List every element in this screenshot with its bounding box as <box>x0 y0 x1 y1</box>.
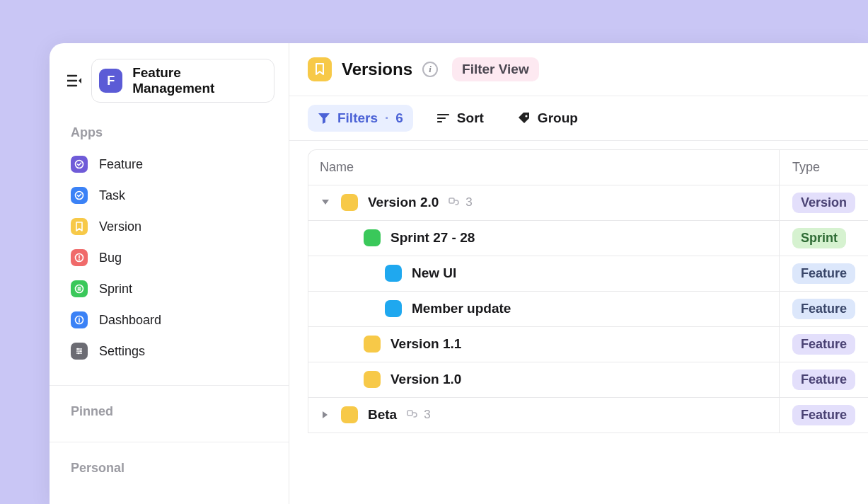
filter-view-badge[interactable]: Filter View <box>452 57 539 81</box>
item-color-icon <box>364 336 381 353</box>
group-button[interactable]: Group <box>508 105 588 132</box>
sort-button[interactable]: Sort <box>427 105 494 132</box>
cell-name: Beta3 <box>308 398 780 433</box>
nav-label: Version <box>99 219 141 234</box>
row-label: Version 1.0 <box>390 372 461 387</box>
cell-name: New UI <box>308 256 780 291</box>
sidebar-item-feature[interactable]: Feature <box>61 149 277 180</box>
sidebar-item-sprint[interactable]: Sprint <box>61 273 277 304</box>
cell-name-inner: Version 1.1 <box>308 327 779 361</box>
filters-label: Filters <box>337 110 378 126</box>
cell-name: Member update <box>308 292 780 326</box>
nav-label: Dashboard <box>99 313 161 328</box>
item-color-icon <box>364 371 381 388</box>
table-body: Version 2.03VersionSprint 27 - 28SprintN… <box>308 185 868 433</box>
info-icon <box>71 311 88 328</box>
sidebar-item-dashboard[interactable]: Dashboard <box>61 304 277 336</box>
table-row[interactable]: Version 1.0Feature <box>308 362 868 398</box>
table-row[interactable]: Member updateFeature <box>308 292 868 327</box>
cell-name-inner: Version 2.03 <box>308 185 779 219</box>
cell-type: Feature <box>780 292 868 326</box>
cell-name-inner: Sprint 27 - 28 <box>308 221 779 255</box>
cell-type: Feature <box>780 327 868 362</box>
subitem-count-value: 3 <box>465 195 472 210</box>
cell-name: Version 1.1 <box>308 327 780 362</box>
sidebar-item-task[interactable]: Task <box>61 180 277 211</box>
svg-point-18 <box>80 350 82 353</box>
cell-name: Sprint 27 - 28 <box>308 221 780 256</box>
tag-icon <box>518 112 531 125</box>
cell-type: Version <box>780 185 868 220</box>
item-color-icon <box>341 406 358 423</box>
list-icon <box>71 280 88 297</box>
type-badge: Feature <box>792 370 855 390</box>
apps-list: Feature Task Version Bug <box>50 146 289 381</box>
sidebar-item-version[interactable]: Version <box>61 211 277 242</box>
svg-point-24 <box>525 115 527 117</box>
info-icon[interactable]: i <box>422 62 438 77</box>
sidebar-header: F Feature Management <box>50 43 289 118</box>
cell-name-inner: Member update <box>308 292 779 326</box>
row-label: Version 2.0 <box>368 195 439 210</box>
nav-label: Bug <box>99 251 122 265</box>
cell-type: Sprint <box>780 221 868 256</box>
item-color-icon <box>385 265 402 282</box>
alert-icon <box>71 249 88 266</box>
sidebar-item-settings[interactable]: Settings <box>61 336 277 367</box>
table-wrap: Name Type Version 2.03VersionSprint 27 -… <box>289 141 868 504</box>
svg-rect-26 <box>407 411 412 416</box>
cell-name-inner: Beta3 <box>308 398 779 432</box>
sidebar-item-bug[interactable]: Bug <box>61 242 277 273</box>
page-header: Versions i Filter View <box>289 43 868 96</box>
nav-label: Feature <box>99 157 143 172</box>
filters-button[interactable]: Filters · 6 <box>308 105 413 132</box>
check-circle-icon <box>71 156 88 173</box>
table-header: Name Type <box>308 150 868 185</box>
svg-point-13 <box>79 318 80 319</box>
filters-separator: · <box>385 110 388 126</box>
funnel-icon <box>318 113 330 124</box>
section-header-personal: Personal <box>50 454 289 481</box>
column-header-name[interactable]: Name <box>308 150 780 185</box>
row-label: Beta <box>368 407 397 423</box>
cell-name-inner: Version 1.0 <box>308 362 779 396</box>
workspace-switcher[interactable]: F Feature Management <box>91 59 274 103</box>
table-row[interactable]: New UIFeature <box>308 256 868 292</box>
item-color-icon <box>364 229 381 246</box>
item-color-icon <box>385 300 402 317</box>
divider <box>50 442 289 442</box>
nav-label: Task <box>99 188 125 203</box>
table-row[interactable]: Version 2.03Version <box>308 185 868 221</box>
item-color-icon <box>341 194 358 211</box>
table-row[interactable]: Version 1.1Feature <box>308 327 868 362</box>
column-header-type[interactable]: Type <box>780 150 868 185</box>
filters-count: 6 <box>395 110 403 126</box>
subitem-count-value: 3 <box>424 408 430 422</box>
sidebar-collapse-button[interactable] <box>66 74 81 87</box>
svg-point-7 <box>79 259 80 260</box>
group-label: Group <box>538 110 578 126</box>
type-badge: Sprint <box>792 228 846 248</box>
type-badge: Feature <box>792 299 855 319</box>
cell-name: Version 2.03 <box>308 185 780 220</box>
chevron-down-icon[interactable] <box>320 200 331 205</box>
cell-type: Feature <box>780 256 868 291</box>
svg-point-16 <box>77 348 79 350</box>
app-window: F Feature Management Apps Feature Task <box>50 43 868 504</box>
chevron-right-icon[interactable] <box>320 411 331 418</box>
table-row[interactable]: Beta3Feature <box>308 398 868 433</box>
svg-rect-25 <box>449 198 454 203</box>
table-row[interactable]: Sprint 27 - 28Sprint <box>308 221 868 256</box>
check-circle-icon <box>71 187 88 204</box>
sliders-icon <box>71 343 88 360</box>
section-header-apps: Apps <box>50 118 289 146</box>
page-title: Versions <box>342 59 412 79</box>
versions-table: Name Type Version 2.03VersionSprint 27 -… <box>308 149 868 433</box>
sidebar: F Feature Management Apps Feature Task <box>50 43 289 504</box>
cell-type: Feature <box>780 362 868 397</box>
nav-label: Sprint <box>99 282 132 297</box>
row-label: New UI <box>412 265 456 281</box>
row-label: Sprint 27 - 28 <box>390 230 475 246</box>
workspace-name: Feature Management <box>132 65 262 96</box>
nav-label: Settings <box>99 344 145 359</box>
